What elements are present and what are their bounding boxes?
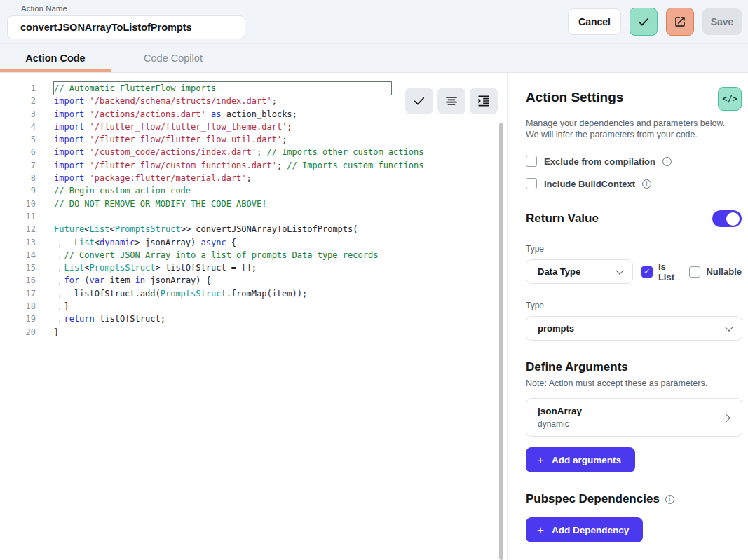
editor-toolbar: [405, 88, 498, 114]
line-number: 7: [0, 159, 36, 172]
confirm-check-button[interactable]: [630, 8, 658, 36]
tab-bar: Action Code Code Copilot: [0, 44, 748, 73]
nullable-row[interactable]: Nullable: [689, 266, 742, 278]
code-line-8[interactable]: 8import 'package:flutter/material.dart';: [0, 172, 507, 184]
nullable-label: Nullable: [706, 266, 742, 277]
toggle-knob: [726, 212, 740, 226]
is-list-checkbox[interactable]: ✓: [641, 266, 653, 278]
action-settings-title: Action Settings: [526, 90, 623, 105]
line-number: 9: [0, 184, 36, 197]
line-number: 10: [0, 198, 36, 210]
tab-code-copilot[interactable]: Code Copilot: [111, 44, 236, 72]
return-subtype-dropdown[interactable]: prompts: [526, 316, 742, 341]
line-number: 5: [0, 133, 36, 146]
pubspec-title: Pubspec Dependencies: [526, 492, 660, 506]
code-line-15[interactable]: 15List<PromptsStruct> listOfStruct = [];: [0, 261, 507, 274]
line-number: 13: [0, 236, 36, 249]
return-value-title: Return Value: [526, 212, 599, 226]
code-line-16[interactable]: 16for (var item in jsonArray) {: [0, 274, 507, 287]
tab-action-code[interactable]: Action Code: [0, 44, 111, 72]
line-number: 3: [0, 108, 36, 121]
include-buildcontext-checkbox[interactable]: [526, 178, 537, 189]
exclude-compilation-label: Exclude from compilation: [544, 156, 655, 167]
line-number: 8: [0, 172, 36, 184]
exclude-compilation-row[interactable]: Exclude from compilation i: [526, 156, 742, 167]
code-line-14[interactable]: 14// Convert JSON Array into a list of p…: [0, 249, 507, 261]
line-number: 16: [0, 274, 36, 287]
topbar: Action Name convertJSONArrayToListofProm…: [0, 0, 748, 44]
open-external-button[interactable]: [666, 8, 694, 36]
open-external-icon: [674, 15, 686, 28]
return-subtype-label: Type: [526, 301, 742, 310]
check-icon: [412, 94, 426, 108]
argument-item-jsonarray[interactable]: jsonArray dynamic: [526, 398, 742, 437]
cancel-button[interactable]: Cancel: [568, 8, 621, 35]
line-number: 2: [0, 95, 36, 107]
info-icon[interactable]: i: [662, 157, 672, 166]
plus-icon: +: [537, 454, 544, 466]
line-number: 18: [0, 300, 36, 313]
exclude-compilation-checkbox[interactable]: [526, 156, 537, 167]
include-buildcontext-label: Include BuildContext: [544, 179, 635, 189]
main-content: 1// Automatic FlutterFlow imports2import…: [0, 73, 748, 560]
tab-action-code-label: Action Code: [25, 53, 85, 64]
indent-code-button[interactable]: [470, 88, 498, 114]
code-line-4[interactable]: 4import '/flutter_flow/flutter_flow_them…: [0, 121, 507, 133]
code-line-7[interactable]: 7import '/flutter_flow/custom_functions.…: [0, 159, 507, 172]
add-arguments-label: Add arguments: [552, 455, 621, 465]
is-list-row[interactable]: ✓ Is List: [641, 261, 681, 282]
add-arguments-button[interactable]: + Add arguments: [526, 447, 635, 472]
code-line-9[interactable]: 9// Begin custom action code: [0, 184, 507, 197]
check-icon: [637, 15, 651, 29]
compile-check-button[interactable]: [405, 88, 433, 114]
line-number: 14: [0, 249, 36, 261]
line-number: 19: [0, 313, 36, 325]
return-subtype-value: prompts: [538, 323, 574, 334]
info-icon[interactable]: i: [665, 495, 674, 504]
code-line-10[interactable]: 10// DO NOT REMOVE OR MODIFY THE CODE AB…: [0, 198, 507, 210]
line-number: 17: [0, 287, 36, 300]
code-line-20[interactable]: 20}: [0, 326, 507, 339]
action-name-label: Action Name: [21, 4, 67, 13]
is-list-label: Is List: [658, 261, 681, 282]
code-line-5[interactable]: 5import '/flutter_flow/flutter_flow_util…: [0, 133, 507, 146]
add-dependency-button[interactable]: + Add Dependency: [526, 517, 643, 542]
line-number: 12: [0, 223, 36, 235]
action-name-input[interactable]: convertJSONArrayToListofPrompts: [7, 15, 245, 39]
nullable-checkbox[interactable]: [689, 266, 700, 278]
scrollbar-thumb[interactable]: [499, 123, 503, 560]
line-number: 15: [0, 261, 36, 274]
info-icon[interactable]: i: [642, 179, 651, 189]
code-line-19[interactable]: 19return listOfStruct;: [0, 313, 507, 325]
code-line-12[interactable]: 12Future<List<PromptsStruct>> convertJSO…: [0, 223, 507, 235]
format-code-button[interactable]: [437, 88, 465, 114]
code-line-11[interactable]: 11: [0, 210, 507, 223]
line-number: 1: [0, 82, 36, 95]
define-arguments-title: Define Arguments: [526, 360, 628, 374]
code-editor-panel[interactable]: 1// Automatic FlutterFlow imports2import…: [0, 73, 507, 560]
code-line-6[interactable]: 6import '/custom_code/actions/index.dart…: [0, 146, 507, 158]
return-value-toggle[interactable]: [712, 210, 742, 227]
format-align-icon: [444, 94, 458, 108]
toggle-code-view-button[interactable]: </>: [718, 87, 742, 111]
settings-description: Manage your dependencies and parameters …: [526, 118, 736, 140]
argument-name: jsonArray: [538, 406, 730, 416]
include-buildcontext-row[interactable]: Include BuildContext i: [526, 178, 742, 189]
line-number: 6: [0, 146, 36, 158]
editor-scrollbar[interactable]: [499, 73, 503, 560]
plus-icon: +: [537, 524, 544, 536]
chevron-down-icon: [616, 266, 623, 274]
code-line-18[interactable]: 18}: [0, 300, 507, 313]
save-button[interactable]: Save: [702, 8, 742, 35]
line-number: 11: [0, 210, 36, 223]
return-type-label: Type: [526, 244, 742, 254]
line-number: 20: [0, 326, 36, 339]
code-line-17[interactable]: 17listOfStruct.add(PromptsStruct.fromMap…: [0, 287, 507, 300]
return-type-dropdown[interactable]: Data Type: [526, 259, 633, 284]
action-settings-panel: Action Settings </> Manage your dependen…: [507, 73, 748, 560]
tab-code-copilot-label: Code Copilot: [144, 53, 203, 64]
code-line-13[interactable]: 13List<dynamic> jsonArray) async {: [0, 236, 507, 249]
argument-type: dynamic: [538, 419, 730, 429]
indent-icon: [477, 94, 491, 108]
define-arguments-note: Note: Action must accept these as parame…: [526, 378, 742, 388]
